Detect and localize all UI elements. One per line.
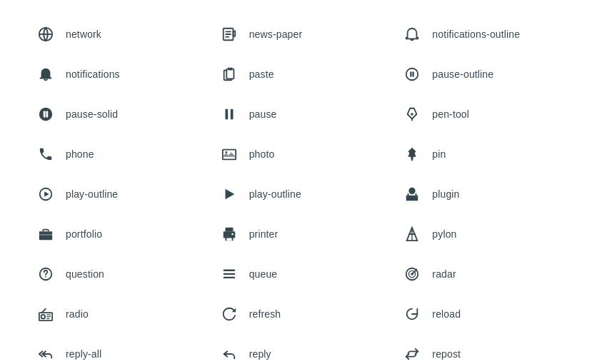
- plugin-label: plugin: [432, 188, 459, 200]
- icon-grid: network news-paper notifications-outline…: [0, 0, 607, 364]
- svg-rect-35: [223, 270, 235, 271]
- list-item[interactable]: pylon: [395, 214, 578, 254]
- list-item[interactable]: repost: [395, 334, 578, 364]
- svg-point-12: [39, 108, 52, 121]
- list-item[interactable]: notifications-outline: [395, 14, 578, 54]
- repost-label: repost: [432, 348, 461, 360]
- svg-rect-16: [230, 109, 233, 120]
- pin-icon: [402, 144, 422, 164]
- list-item[interactable]: notifications: [29, 54, 212, 94]
- list-item[interactable]: portfolio: [29, 214, 212, 254]
- list-item[interactable]: pause: [212, 94, 396, 134]
- svg-rect-28: [226, 238, 231, 241]
- network-icon: [36, 24, 56, 44]
- repost-icon: [402, 344, 422, 364]
- svg-rect-36: [223, 273, 235, 275]
- svg-rect-5: [225, 36, 229, 38]
- svg-rect-11: [413, 71, 414, 76]
- phone-icon: [36, 144, 56, 164]
- list-item[interactable]: photo: [212, 134, 396, 174]
- notifications-label: notifications: [66, 69, 120, 80]
- list-item[interactable]: reload: [395, 294, 578, 334]
- news-paper-icon: [219, 24, 239, 44]
- printer-label: printer: [249, 228, 279, 240]
- pause-solid-label: pause-solid: [66, 108, 118, 120]
- radio-icon: [36, 304, 56, 324]
- svg-rect-15: [225, 109, 228, 120]
- list-item[interactable]: network: [29, 14, 212, 54]
- pylon-icon: [402, 224, 422, 244]
- list-item[interactable]: question: [29, 254, 212, 294]
- paste-label: paste: [249, 69, 274, 80]
- pause-label: pause: [249, 108, 277, 120]
- photo-icon: [219, 144, 239, 164]
- svg-rect-37: [223, 277, 235, 278]
- svg-marker-23: [44, 191, 49, 196]
- list-item[interactable]: pen-tool: [395, 94, 578, 134]
- portfolio-label: portfolio: [66, 228, 102, 240]
- pause-outline-label: pause-outline: [432, 69, 493, 80]
- list-item[interactable]: pause-solid: [29, 94, 212, 134]
- svg-marker-20: [222, 152, 235, 156]
- svg-rect-26: [39, 234, 52, 236]
- network-label: network: [66, 29, 101, 40]
- radar-icon: [402, 264, 422, 284]
- reload-icon: [402, 304, 422, 324]
- list-item[interactable]: news-paper: [212, 14, 396, 54]
- play-outline-circle-label: play-outline: [66, 188, 118, 200]
- queue-icon: [219, 264, 239, 284]
- pen-tool-icon: [402, 104, 422, 124]
- plugin-icon: [402, 184, 422, 204]
- svg-point-17: [411, 113, 413, 116]
- pause-solid-icon: [36, 104, 56, 124]
- list-item[interactable]: paste: [212, 54, 396, 94]
- list-item[interactable]: plugin: [395, 174, 578, 214]
- reply-all-label: reply-all: [66, 348, 101, 360]
- list-item[interactable]: refresh: [212, 294, 396, 334]
- list-item[interactable]: play-outline: [212, 174, 396, 214]
- reload-label: reload: [432, 308, 461, 320]
- svg-rect-6: [233, 31, 235, 36]
- list-item[interactable]: queue: [212, 254, 396, 294]
- notifications-outline-label: notifications-outline: [432, 29, 520, 40]
- svg-rect-14: [46, 111, 48, 117]
- reply-label: reply: [249, 348, 271, 360]
- photo-label: photo: [249, 148, 275, 160]
- list-item[interactable]: reply-all: [29, 334, 212, 364]
- svg-rect-4: [225, 34, 231, 35]
- list-item[interactable]: pin: [395, 134, 578, 174]
- notifications-outline-icon: [402, 24, 422, 44]
- list-item[interactable]: play-outline: [29, 174, 212, 214]
- notifications-icon: [36, 64, 56, 84]
- play-outline-label: play-outline: [249, 188, 301, 200]
- list-item[interactable]: radar: [395, 254, 578, 294]
- news-paper-label: news-paper: [249, 29, 303, 40]
- question-label: question: [66, 268, 104, 280]
- list-item[interactable]: phone: [29, 134, 212, 174]
- radio-label: radio: [66, 308, 89, 320]
- reply-all-icon: [36, 344, 56, 364]
- play-outline-icon: [219, 184, 239, 204]
- refresh-label: refresh: [249, 308, 281, 320]
- queue-label: queue: [249, 268, 278, 280]
- svg-rect-3: [225, 31, 231, 32]
- svg-rect-7: [226, 69, 234, 79]
- list-item[interactable]: radio: [29, 294, 212, 334]
- paste-icon: [219, 64, 239, 84]
- list-item[interactable]: pause-outline: [395, 54, 578, 94]
- pause-outline-icon: [402, 64, 422, 84]
- svg-rect-25: [39, 231, 52, 240]
- list-item[interactable]: reply: [212, 334, 396, 364]
- radar-label: radar: [432, 268, 456, 280]
- svg-line-41: [412, 270, 416, 274]
- svg-point-21: [225, 151, 227, 153]
- phone-label: phone: [66, 148, 94, 160]
- svg-rect-10: [411, 71, 412, 76]
- svg-point-43: [41, 315, 46, 319]
- list-item[interactable]: printer: [212, 214, 396, 254]
- pin-label: pin: [432, 148, 446, 160]
- question-icon: [36, 264, 56, 284]
- play-outline-circle-icon: [36, 184, 56, 204]
- svg-rect-27: [225, 228, 233, 232]
- pylon-label: pylon: [432, 228, 456, 240]
